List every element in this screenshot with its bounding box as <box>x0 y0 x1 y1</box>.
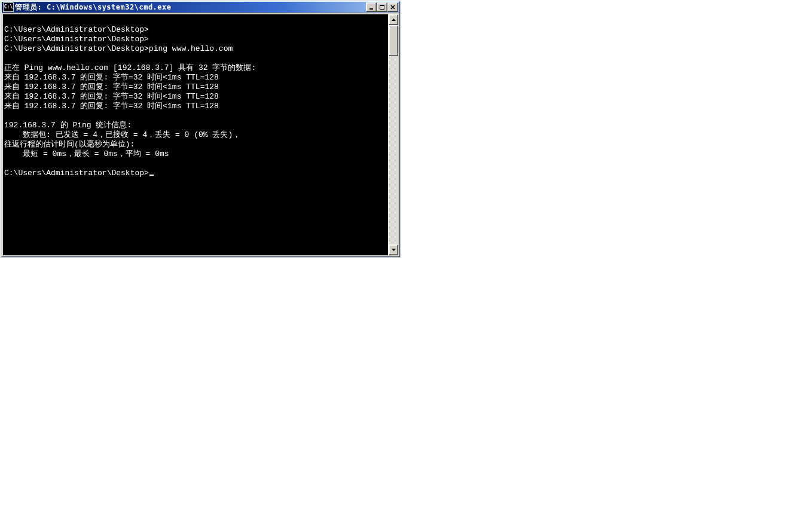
console-line: C:\Users\Administrator\Desktop>ping www.… <box>4 44 388 54</box>
minimize-button[interactable] <box>366 2 377 12</box>
scroll-up-button[interactable] <box>389 14 398 25</box>
console-line: 往返行程的估计时间(以毫秒为单位): <box>4 140 388 149</box>
title-bar[interactable]: C:\ 管理员: C:\Windows\system32\cmd.exe <box>2 2 399 13</box>
text-cursor <box>149 175 154 176</box>
scroll-down-button[interactable] <box>389 244 398 255</box>
console-line: C:\Users\Administrator\Desktop> <box>4 35 388 44</box>
console-line: 正在 Ping www.hello.com [192.168.3.7] 具有 3… <box>4 63 388 73</box>
console-line <box>4 159 388 169</box>
cmd-icon: C:\ <box>3 2 14 12</box>
console-line: 来自 192.168.3.7 的回复: 字节=32 时间<1ms TTL=128 <box>4 82 388 92</box>
window-controls <box>366 2 399 12</box>
window-title: 管理员: C:\Windows\system32\cmd.exe <box>15 2 172 13</box>
client-area: C:\Users\Administrator\Desktop>C:\Users\… <box>2 13 399 256</box>
svg-rect-0 <box>369 8 373 10</box>
console-line <box>4 54 388 63</box>
console-line <box>4 16 388 25</box>
console-line: 来自 192.168.3.7 的回复: 字节=32 时间<1ms TTL=128 <box>4 102 388 111</box>
close-button[interactable] <box>387 2 398 12</box>
cmd-window: C:\ 管理员: C:\Windows\system32\cmd.exe C:\… <box>1 1 400 257</box>
console-line: 数据包: 已发送 = 4，已接收 = 4，丢失 = 0 (0% 丢失)， <box>4 130 388 140</box>
console-line: C:\Users\Administrator\Desktop> <box>4 169 388 178</box>
console-line: 最短 = 0ms，最长 = 0ms，平均 = 0ms <box>4 149 388 159</box>
console-line: C:\Users\Administrator\Desktop> <box>4 25 388 35</box>
console-line: 来自 192.168.3.7 的回复: 字节=32 时间<1ms TTL=128 <box>4 92 388 102</box>
scrollbar-track[interactable] <box>389 25 398 244</box>
maximize-button[interactable] <box>377 2 387 12</box>
console-line: 来自 192.168.3.7 的回复: 字节=32 时间<1ms TTL=128 <box>4 73 388 82</box>
svg-rect-2 <box>380 5 384 6</box>
vertical-scrollbar[interactable] <box>388 14 398 255</box>
console-line <box>4 111 388 121</box>
console-line: 192.168.3.7 的 Ping 统计信息: <box>4 121 388 130</box>
scrollbar-thumb[interactable] <box>389 25 398 56</box>
console-output[interactable]: C:\Users\Administrator\Desktop>C:\Users\… <box>3 14 388 255</box>
